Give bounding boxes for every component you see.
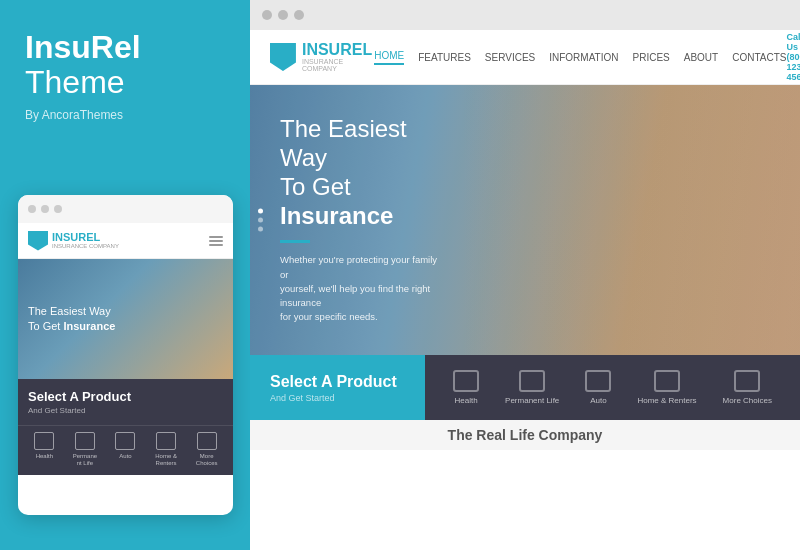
mobile-icon-life: Permanent Life [69,432,102,467]
dot2 [41,205,49,213]
b-dot3 [294,10,304,20]
home-icon-box [654,370,680,392]
mobile-icon-health: Health [28,432,61,460]
browser-logo-icon [270,43,296,71]
bottom-text: The Real Life Company [448,427,603,443]
dot-active [258,209,263,214]
dot1 [28,205,36,213]
auto-icon [115,432,135,450]
nav-features[interactable]: FEATURES [418,52,471,63]
browser-nav-links: HOME FEATURES SERVICES INFORMATION PRICE… [374,50,786,65]
mobile-logo: INSUREL INSURANCE COMPANY [28,231,119,251]
mobile-menu-icon[interactable] [209,236,223,246]
mobile-hero: The Easiest WayTo Get Insurance [18,259,233,379]
dot-2 [258,227,263,232]
dot-1 [258,218,263,223]
select-left: Select A Product And Get Started [250,355,425,420]
left-panel: InsuRel Theme By AncoraThemes INSUREL IN… [0,0,250,550]
browser-logo: INSUREL INSURANCE COMPANY [270,42,374,72]
mobile-icon-home: Home &Renters [150,432,183,467]
nav-home[interactable]: HOME [374,50,404,65]
nav-prices[interactable]: PRICES [633,52,670,63]
mobile-hero-text: The Easiest WayTo Get Insurance [28,304,115,335]
select-icon-health[interactable]: Health [453,370,479,405]
mobile-top-bar [18,195,233,223]
mobile-select-product: Select A Product And Get Started [18,379,233,425]
hero-divider [280,240,310,243]
select-icon-auto[interactable]: Auto [585,370,611,405]
nav-about[interactable]: ABOUT [684,52,718,63]
health-icon-box [453,370,479,392]
select-icons: Health Permanent Life Auto Home & Renter… [425,355,800,420]
b-dot1 [262,10,272,20]
select-icon-more[interactable]: More Choices [723,370,772,405]
theme-title: InsuRel Theme [25,30,225,100]
health-icon [34,432,54,450]
browser-hero: The Easiest WayTo Get Insurance Whether … [250,85,800,355]
mobile-logo-icon [28,231,48,251]
theme-author: By AncoraThemes [25,108,225,122]
mobile-icons-row: Health Permanent Life Auto Home &Renters… [18,425,233,475]
select-icon-home[interactable]: Home & Renters [637,370,696,405]
browser-call: Call Us 1 (800) 123-4567 [786,32,800,82]
b-dot2 [278,10,288,20]
nav-contacts[interactable]: CONTACTS [732,52,786,63]
mobile-icon-auto: Auto [109,432,142,460]
select-icon-life[interactable]: Permanent Life [505,370,559,405]
more-icon-box [734,370,760,392]
hero-desc: Whether you're protecting your family or… [280,253,440,324]
nav-information[interactable]: INFORMATION [549,52,618,63]
mobile-icon-more: MoreChoices [190,432,223,467]
browser-top-bar [250,0,800,30]
select-product-bar: Select A Product And Get Started Health … [250,355,800,420]
browser-mockup: INSUREL INSURANCE COMPANY HOME FEATURES … [250,0,800,550]
life-icon [75,432,95,450]
nav-services[interactable]: SERVICES [485,52,535,63]
home-icon [156,432,176,450]
browser-nav: INSUREL INSURANCE COMPANY HOME FEATURES … [250,30,800,85]
more-icon [197,432,217,450]
hero-title: The Easiest WayTo Get Insurance [280,115,440,230]
life-icon-box [519,370,545,392]
mobile-mockup: INSUREL INSURANCE COMPANY The Easiest Wa… [18,195,233,515]
hero-dots [258,209,263,232]
browser-bottom: The Real Life Company [250,420,800,450]
hero-content: The Easiest WayTo Get Insurance Whether … [250,115,470,324]
dot3 [54,205,62,213]
auto-icon-box [585,370,611,392]
hero-people-bg [460,85,800,355]
mobile-nav: INSUREL INSURANCE COMPANY [18,223,233,259]
